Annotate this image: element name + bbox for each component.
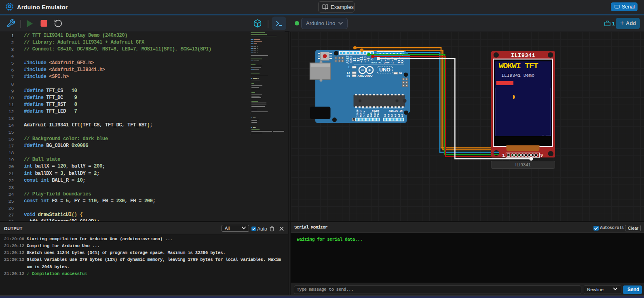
svg-text:POWER: POWER: [372, 110, 380, 113]
svg-text:ILI9341: ILI9341: [515, 162, 531, 167]
svg-text:5V: 5V: [367, 114, 370, 117]
svg-text:A3: A3: [394, 114, 397, 117]
svg-text:A5: A5: [401, 114, 404, 117]
svg-text:GND: GND: [370, 112, 373, 117]
svg-text:A1: A1: [387, 114, 390, 117]
svg-text:TX: TX: [346, 71, 350, 75]
svg-text:ARDUINO: ARDUINO: [357, 74, 373, 78]
svg-text:DIGITAL (PWM ~): DIGITAL (PWM ~): [372, 61, 394, 64]
svg-text:IOREF: IOREF: [356, 109, 359, 117]
svg-text:A2: A2: [391, 114, 393, 117]
svg-text:L: L: [348, 66, 350, 69]
svg-text:GND: GND: [374, 112, 376, 117]
svg-text:ILI9341: ILI9341: [511, 52, 535, 59]
svg-text:9: 9: [541, 153, 543, 158]
svg-text:ANALOG IN: ANALOG IN: [389, 110, 403, 113]
svg-text:RX: RX: [346, 75, 350, 78]
svg-text:ILI9341 Demo: ILI9341 Demo: [501, 73, 534, 78]
svg-text:WOKWI TFT: WOKWI TFT: [499, 61, 538, 71]
svg-text:RESET: RESET: [359, 109, 362, 117]
svg-text:UNO: UNO: [379, 67, 391, 73]
svg-text:3.3V: 3.3V: [363, 111, 366, 117]
svg-text:A0: A0: [384, 114, 386, 117]
svg-text:8: 8: [370, 59, 374, 61]
svg-text:A4: A4: [398, 114, 401, 117]
svg-text:Vin: Vin: [377, 112, 380, 117]
svg-text:1: 1: [502, 153, 505, 158]
svg-text:ON: ON: [399, 72, 402, 75]
